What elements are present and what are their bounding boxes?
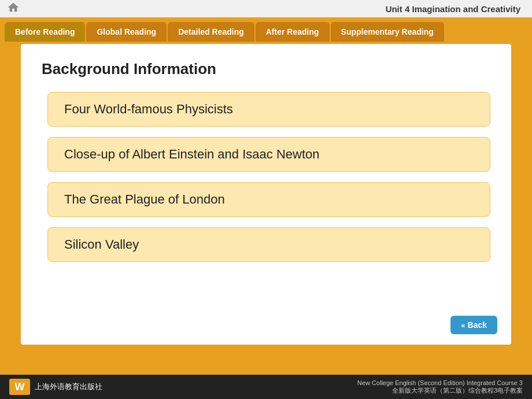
footer-line1: New College English (Second Edition) Int…	[357, 379, 523, 386]
tab-global-reading[interactable]: Global Reading	[86, 22, 167, 42]
list-item-4[interactable]: Silicon Valley	[47, 227, 490, 262]
list-item-1[interactable]: Four World-famous Physicists	[47, 92, 490, 127]
page-title: Background Information	[42, 60, 490, 78]
back-button[interactable]: « Back	[450, 316, 497, 334]
back-button-label: Back	[468, 320, 487, 330]
tab-before-reading[interactable]: Before Reading	[5, 22, 85, 42]
top-bar: Unit 4 Imagination and Creativity	[0, 0, 532, 17]
footer-right-text: New College English (Second Edition) Int…	[357, 379, 523, 395]
list-item-2[interactable]: Close-up of Albert Einstein and Isaac Ne…	[47, 137, 490, 172]
item-list: Four World-famous Physicists Close-up of…	[47, 92, 490, 262]
tab-detailed-reading[interactable]: Detailed Reading	[168, 22, 254, 42]
publisher-name: 上海外语教育出版社	[35, 382, 102, 392]
footer-line2: 全新版大学英语（第二版）综合教程3电子教案	[357, 386, 523, 395]
nav-tabs: Before Reading Global Reading Detailed R…	[0, 17, 532, 42]
back-chevrons-icon: «	[461, 321, 465, 330]
footer: W 上海外语教育出版社 New College English (Second …	[0, 375, 532, 399]
unit-title: Unit 4 Imagination and Creativity	[20, 4, 525, 14]
list-item-3[interactable]: The Great Plague of London	[47, 182, 490, 217]
tab-supplementary-reading[interactable]: Supplementary Reading	[331, 22, 444, 42]
publisher-logo: W	[9, 379, 30, 395]
footer-logo: W 上海外语教育出版社	[9, 379, 102, 395]
tab-after-reading[interactable]: After Reading	[256, 22, 330, 42]
home-icon[interactable]	[7, 1, 20, 16]
main-content: Background Information Four World-famous…	[21, 44, 511, 345]
